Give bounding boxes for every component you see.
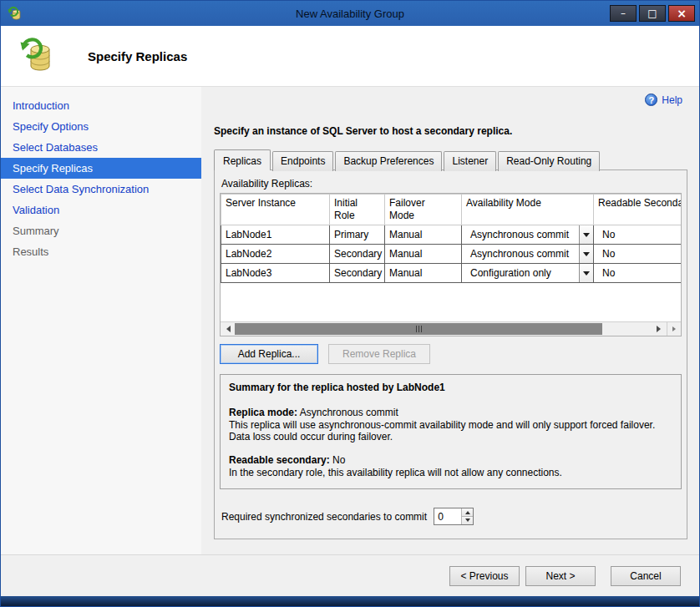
tab-endpoints[interactable]: Endpoints: [272, 151, 333, 171]
availability-mode-dropdown[interactable]: Asynchronous commit: [462, 225, 594, 245]
required-secondaries-label: Required synchronized secondaries to com…: [221, 511, 427, 523]
titlebar: New Availability Group – □ ×: [1, 1, 699, 26]
tab-read-only-routing[interactable]: Read-Only Routing: [498, 151, 600, 171]
readable-secondary-description: In the secondary role, this availability…: [229, 467, 672, 478]
wizard-steps-sidebar: Introduction Specify Options Select Data…: [1, 87, 201, 554]
combo-arrow-button[interactable]: [579, 245, 593, 263]
spinner-down-button[interactable]: [462, 517, 473, 524]
readable-secondary-line: Readable secondary: No: [229, 454, 672, 466]
availability-replicas-label: Availability Replicas:: [221, 178, 682, 190]
page-title: Specify Replicas: [88, 49, 187, 63]
arrow-right-icon: [657, 326, 664, 332]
availability-mode-dropdown[interactable]: Configuration only: [462, 264, 594, 283]
help-label: Help: [662, 94, 682, 106]
cell-initial-role: Secondary: [330, 245, 385, 264]
cell-failover-mode[interactable]: Manual: [385, 264, 462, 283]
column-header-failover-mode: Failover Mode: [385, 195, 462, 225]
tab-listener[interactable]: Listener: [444, 151, 496, 171]
horizontal-scrollbar[interactable]: [221, 321, 681, 336]
new-availability-group-window: New Availability Group – □ ×: [0, 0, 700, 607]
chevron-down-icon: [583, 252, 590, 260]
cell-server-instance[interactable]: LabNode3: [221, 264, 330, 283]
minimize-button[interactable]: –: [610, 5, 637, 22]
replica-mode-line: Replica mode: Asynchronous commit: [229, 407, 672, 418]
scroll-left-button[interactable]: [221, 322, 235, 336]
combo-arrow-button[interactable]: [579, 264, 593, 282]
cell-initial-role: Secondary: [330, 264, 385, 283]
combo-arrow-button[interactable]: [579, 225, 593, 244]
column-header-readable-secondary: Readable Secondary: [594, 195, 682, 225]
readable-secondary-dropdown[interactable]: No: [594, 225, 682, 245]
help-link[interactable]: ? Help: [645, 94, 682, 106]
cell-server-instance[interactable]: LabNode1: [221, 225, 330, 245]
spinner-up-button[interactable]: [462, 508, 473, 517]
database-refresh-icon: [18, 36, 58, 76]
app-icon: [8, 7, 22, 21]
replicas-tab-panel: Availability Replicas: Server Instance I…: [214, 169, 687, 539]
availability-replicas-grid: Server Instance Initial Role Failover Mo…: [220, 193, 682, 336]
chevron-down-icon: [583, 233, 590, 240]
summary-title: Summary for the replica hosted by LabNod…: [229, 382, 672, 393]
table-row-labnode3: LabNode3 Secondary Manual Configuration …: [221, 264, 682, 283]
availability-mode-dropdown[interactable]: Asynchronous commit: [462, 245, 594, 264]
column-header-availability-mode: Availability Mode: [462, 195, 594, 225]
wizard-footer: < Previous Next > Cancel: [1, 554, 699, 596]
cell-failover-mode[interactable]: Manual: [385, 225, 462, 245]
replica-summary-box: Summary for the replica hosted by LabNod…: [220, 374, 682, 489]
scroll-right-button[interactable]: [652, 322, 667, 336]
sidebar-item-specify-options[interactable]: Specify Options: [1, 116, 201, 137]
sidebar-item-results: Results: [1, 241, 201, 262]
wizard-header: Specify Replicas: [1, 26, 699, 87]
window-title: New Availability Group: [1, 8, 699, 20]
scrollbar-corner: [667, 322, 681, 336]
table-row-labnode2: LabNode2 Secondary Manual Asynchronous c…: [221, 245, 682, 264]
instruction-text: Specify an instance of SQL Server to hos…: [214, 125, 687, 137]
readable-secondary-dropdown[interactable]: No: [594, 264, 682, 283]
grid-scroll-area: Server Instance Initial Role Failover Mo…: [221, 194, 681, 321]
cell-failover-mode[interactable]: Manual: [385, 245, 462, 264]
sidebar-item-validation[interactable]: Validation: [1, 200, 201, 220]
table-row-labnode1: LabNode1 Primary Manual Asynchronous com…: [221, 225, 682, 245]
sidebar-item-select-databases[interactable]: Select Databases: [1, 137, 201, 158]
cancel-button[interactable]: Cancel: [611, 566, 681, 586]
chevron-down-icon: [583, 271, 590, 279]
arrow-left-icon: [223, 326, 231, 332]
sidebar-item-select-data-synchronization[interactable]: Select Data Synchronization: [1, 179, 201, 200]
arrow-down-icon: [465, 518, 470, 524]
previous-button[interactable]: < Previous: [449, 566, 520, 586]
tab-backup-preferences[interactable]: Backup Preferences: [335, 151, 442, 171]
cell-server-instance[interactable]: LabNode2: [221, 245, 330, 264]
sidebar-item-introduction[interactable]: Introduction: [1, 95, 201, 116]
cell-initial-role: Primary: [330, 225, 385, 245]
scrollbar-track[interactable]: [235, 322, 652, 336]
grid-header-row: Server Instance Initial Role Failover Mo…: [221, 195, 682, 225]
tab-replicas[interactable]: Replicas: [214, 149, 271, 170]
arrow-up-icon: [465, 508, 470, 514]
replica-mode-description: This replica will use asynchronous-commi…: [229, 419, 672, 443]
scrollbar-thumb[interactable]: [235, 323, 602, 335]
replica-tabs: Replicas Endpoints Backup Preferences Li…: [214, 149, 687, 169]
remove-replica-button: Remove Replica: [328, 344, 430, 364]
secondaries-input[interactable]: [434, 508, 461, 524]
maximize-button[interactable]: □: [639, 5, 666, 22]
required-secondaries-spinner: [434, 508, 474, 525]
arrow-right-icon: [672, 326, 678, 331]
next-button[interactable]: Next >: [525, 566, 596, 586]
main-content: ? Help Specify an instance of SQL Server…: [201, 87, 699, 554]
column-header-server-instance: Server Instance: [221, 195, 330, 225]
column-header-initial-role: Initial Role: [330, 195, 385, 225]
sidebar-item-specify-replicas[interactable]: Specify Replicas: [1, 158, 201, 179]
add-replica-button[interactable]: Add Replica...: [220, 344, 318, 364]
help-icon: ?: [645, 94, 657, 106]
close-button[interactable]: ×: [668, 5, 695, 22]
readable-secondary-dropdown[interactable]: No: [594, 245, 682, 264]
sidebar-item-summary: Summary: [1, 220, 201, 241]
window-bottom-frame: [1, 596, 699, 606]
